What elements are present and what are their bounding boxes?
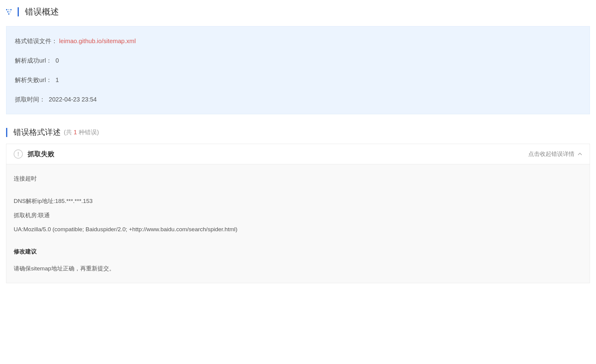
dotted-decoration-icon <box>6 9 13 15</box>
overview-title: 错误概述 <box>25 6 59 18</box>
error-card-left: ! 抓取失败 <box>14 149 54 159</box>
svg-rect-3 <box>7 11 9 12</box>
details-subtitle: (共 1 种错误) <box>64 128 99 136</box>
overview-time-row: 抓取时间： 2022-04-23 23:54 <box>15 94 581 104</box>
overview-file-link[interactable]: leimao.github.io/sitemap.xml <box>59 38 136 44</box>
overview-time-label: 抓取时间： <box>15 96 45 103</box>
svg-rect-0 <box>6 9 7 10</box>
details-subtitle-suffix: 种错误) <box>77 129 99 136</box>
svg-rect-5 <box>8 13 9 15</box>
suggestion-title: 修改建议 <box>14 248 582 256</box>
suggestion-text: 请确保sitemap地址正确，再重新提交。 <box>14 264 582 273</box>
svg-rect-1 <box>8 9 9 10</box>
error-ua-text: UA:Mozilla/5.0 (compatible; Baiduspider/… <box>14 225 582 234</box>
details-error-count: 1 <box>74 129 77 136</box>
error-dns-text: DNS解析ip地址:185.***.***.153 <box>14 197 582 206</box>
overview-success-label: 解析成功url： <box>15 57 52 64</box>
overview-file-row: 格式错误文件： leimao.github.io/sitemap.xml <box>15 36 581 46</box>
error-card-toggle-text: 点击收起错误详情 <box>528 150 574 158</box>
overview-success-row: 解析成功url： 0 <box>15 56 581 65</box>
details-subtitle-prefix: (共 <box>64 129 74 136</box>
svg-rect-2 <box>10 9 12 10</box>
error-card-header[interactable]: ! 抓取失败 点击收起错误详情 <box>6 144 590 164</box>
overview-time-value: 2022-04-23 23:54 <box>49 96 97 103</box>
alert-icon: ! <box>14 149 23 159</box>
chevron-up-icon <box>577 152 582 156</box>
details-title: 错误格式详述 <box>13 127 61 138</box>
section-divider-bar <box>18 7 19 16</box>
section-divider-bar <box>6 128 7 137</box>
error-room-text: 抓取机房:联通 <box>14 211 582 220</box>
details-header: 错误格式详述 (共 1 种错误) <box>6 127 590 138</box>
error-card-body: 连接超时 DNS解析ip地址:185.***.***.153 抓取机房:联通 U… <box>6 164 590 283</box>
error-timeout-text: 连接超时 <box>14 174 582 183</box>
svg-rect-4 <box>9 11 11 12</box>
overview-file-label: 格式错误文件： <box>15 38 57 44</box>
overview-fail-label: 解析失败url： <box>15 77 52 83</box>
overview-success-value: 0 <box>56 57 59 64</box>
overview-header: 错误概述 <box>6 6 590 18</box>
error-card: ! 抓取失败 点击收起错误详情 连接超时 DNS解析ip地址:185.***.*… <box>6 144 590 283</box>
overview-fail-row: 解析失败url： 1 <box>15 75 581 85</box>
error-card-toggle[interactable]: 点击收起错误详情 <box>528 150 582 158</box>
overview-fail-value: 1 <box>56 77 59 83</box>
error-card-title: 抓取失败 <box>28 149 54 159</box>
overview-box: 格式错误文件： leimao.github.io/sitemap.xml 解析成… <box>6 26 590 114</box>
